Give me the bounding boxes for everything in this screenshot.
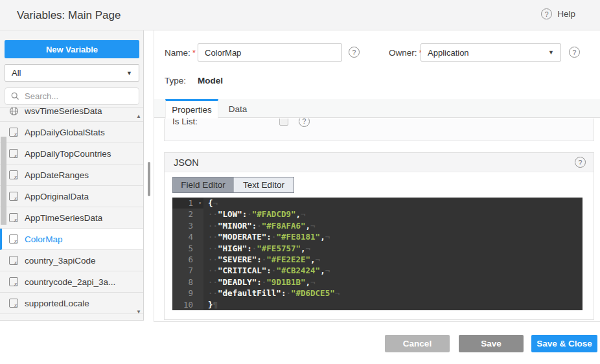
variable-icon: x	[9, 192, 18, 201]
variables-editor-window: Variables: Main Page ? Help New Variable…	[0, 0, 600, 364]
search-input[interactable]	[23, 91, 133, 102]
sidebar-scrollbar-thumb[interactable]	[1, 137, 6, 225]
app-header: Variables: Main Page ? Help	[0, 0, 600, 30]
type-label: Type:	[165, 76, 186, 85]
tab-properties[interactable]: Properties	[165, 99, 218, 119]
line-number: 3	[172, 220, 203, 231]
sidebar-item-appdailytopcountries[interactable]: xAppDailyTopCountries	[0, 143, 143, 165]
owner-help-icon[interactable]: ?	[569, 47, 580, 58]
line-number: 5	[172, 243, 203, 254]
line-number: 10	[172, 299, 203, 310]
help-circle-icon: ?	[541, 8, 552, 19]
required-asterisk: *	[192, 48, 196, 58]
sidebar-item-wsvtimeseriesdata[interactable]: wsvTimeSeriesData	[0, 107, 143, 122]
json-header: JSON ?	[165, 153, 594, 172]
json-title: JSON	[174, 157, 199, 168]
sidebar-item-apptimeseriesdata[interactable]: xAppTimeSeriesData	[0, 207, 143, 229]
scroll-down-icon[interactable]: ▼	[135, 309, 143, 315]
properties-fieldset: Is List: ?	[164, 119, 594, 141]
sidebar-item-label: AppTimeSeriesData	[25, 213, 102, 223]
new-variable-button[interactable]: New Variable	[5, 40, 139, 58]
code-line: 7··"CRITICAL":·"#CB2424",¬	[172, 265, 583, 276]
sidebar: New Variable All ▼ wsvTimeSeriesDataxApp…	[0, 30, 144, 321]
sidebar-item-appdateranges[interactable]: xAppDateRanges	[0, 165, 143, 186]
sidebar-item-appdailyglobalstats[interactable]: xAppDailyGlobalStats	[0, 122, 143, 143]
line-number: 9	[172, 288, 203, 299]
type-value: Model	[198, 76, 223, 85]
cancel-button[interactable]: Cancel	[385, 335, 450, 352]
page-title: Variables: Main Page	[17, 9, 121, 22]
sidebar-item-label: ColorMap	[25, 234, 63, 244]
code-line: 5··"HIGH":·"#FE5757",¬	[172, 243, 583, 254]
name-label: Name:*	[165, 48, 196, 58]
line-number: 4	[172, 231, 203, 242]
code-line: 1▾{¬	[172, 198, 583, 209]
sidebar-item-label: wsvTimeSeriesData	[25, 107, 102, 116]
line-number: 7	[172, 265, 203, 276]
variable-icon: x	[9, 170, 18, 179]
help-button[interactable]: ? Help	[541, 8, 575, 19]
chevron-down-icon: ▼	[126, 70, 132, 76]
variable-icon: x	[9, 128, 18, 137]
globe-icon	[9, 107, 18, 115]
save-and-close-button[interactable]: Save & Close	[531, 335, 597, 352]
sidebar-item-apporiginaldata[interactable]: xAppOriginalData	[0, 186, 143, 207]
sidebar-item-colormap[interactable]: xColorMap	[0, 229, 143, 250]
is-list-label: Is List:	[172, 119, 198, 126]
sidebar-item-country-3apicode[interactable]: xcountry_3apiCode	[0, 250, 143, 271]
code-line: 8··"DEADLY":·"9D1B1B",¬	[172, 277, 583, 288]
code-line: 4··"MODERATE":·"#FE8181",¬	[172, 231, 583, 242]
code-line: 6··"SEVERE":·"#FE2E2E",¬	[172, 254, 583, 265]
variable-detail-panel: Name:* ? Owner:* Application ▼ ? Type: M…	[154, 30, 600, 322]
help-label: Help	[557, 9, 575, 19]
sidebar-item-label: countrycode_2api_3a...	[25, 277, 115, 287]
code-line: 3··"MINOR":·"#F8AFA6",¬	[172, 220, 583, 231]
variable-icon: x	[9, 277, 18, 286]
variable-icon: x	[9, 213, 18, 222]
fold-arrow-icon[interactable]: ▾	[198, 198, 202, 209]
code-line: 2··"LOW":·"#FADCD9",¬	[172, 209, 583, 220]
line-number: 6	[172, 254, 203, 265]
sidebar-item-countrycode-2api-3a-[interactable]: xcountrycode_2api_3a...	[0, 271, 143, 293]
variable-icon: x	[9, 299, 18, 308]
json-help-icon[interactable]: ?	[575, 157, 586, 168]
search-icon	[11, 92, 19, 100]
tab-data[interactable]: Data	[218, 99, 257, 119]
name-help-icon[interactable]: ?	[349, 47, 360, 58]
json-code-editor[interactable]: 1▾{¬2··"LOW":·"#FADCD9",¬3··"MINOR":·"#F…	[172, 198, 583, 310]
line-number: 1▾	[172, 198, 203, 209]
sidebar-item-label: supportedLocale	[25, 299, 89, 308]
code-line: 9··"defaultFill":·"#D6DCE5"¬	[172, 288, 583, 299]
sidebar-item-label: AppDateRanges	[25, 170, 89, 180]
sidebar-item-label: AppOriginalData	[25, 192, 89, 201]
code-line: 10}¶	[172, 299, 583, 310]
name-input[interactable]	[198, 43, 342, 62]
text-editor-tab[interactable]: Text Editor	[233, 177, 294, 192]
owner-label: Owner:*	[389, 48, 422, 58]
main-scrollbar-thumb[interactable]	[148, 162, 150, 196]
scroll-up-icon[interactable]: ▲	[135, 113, 143, 119]
sidebar-item-label: AppDailyTopCountries	[25, 149, 111, 159]
variable-icon: x	[9, 234, 18, 244]
sidebar-item-supportedlocale[interactable]: xsupportedLocale	[0, 293, 143, 314]
filter-value: All	[12, 68, 21, 78]
owner-select[interactable]: Application ▼	[421, 43, 561, 62]
search-box[interactable]	[5, 87, 139, 105]
variable-icon: x	[9, 149, 18, 158]
is-list-checkbox[interactable]	[279, 119, 288, 126]
field-editor-tab[interactable]: Field Editor	[173, 177, 233, 192]
variable-list: wsvTimeSeriesDataxAppDailyGlobalStatsxAp…	[0, 107, 143, 320]
sidebar-item-label: AppDailyGlobalStats	[25, 128, 105, 137]
line-number: 8	[172, 277, 203, 288]
is-list-help-icon[interactable]: ?	[299, 119, 310, 127]
tab-bar: Properties Data	[154, 99, 600, 118]
variable-filter-dropdown[interactable]: All ▼	[5, 64, 139, 82]
save-button[interactable]: Save	[459, 335, 524, 352]
owner-value: Application	[428, 48, 469, 58]
editor-mode-toggle: Field Editor Text Editor	[172, 177, 294, 193]
sidebar-scrollbar[interactable]: ▲ ▼	[135, 107, 143, 320]
line-number: 2	[172, 209, 203, 220]
json-section: JSON ? Field Editor Text Editor 1▾{¬2··"…	[164, 152, 594, 320]
sidebar-item-label: country_3apiCode	[25, 256, 96, 266]
variable-icon: x	[9, 256, 18, 265]
